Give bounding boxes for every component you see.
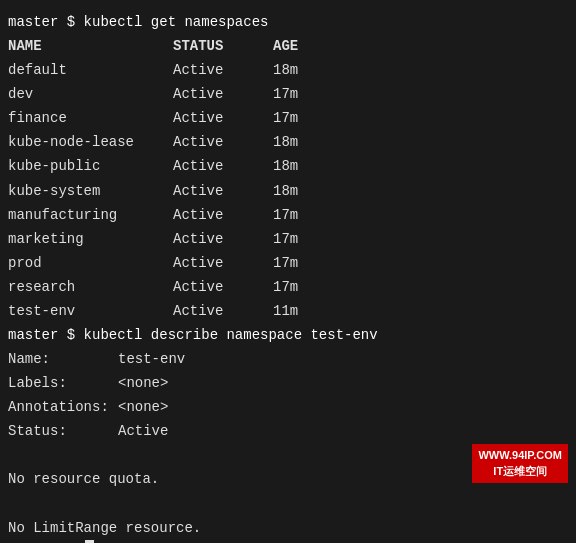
desc-value-labels: <none> (118, 371, 168, 395)
row-age: 17m (273, 203, 298, 227)
row-age: 17m (273, 251, 298, 275)
row-status: Active (173, 227, 273, 251)
row-name: kube-system (8, 179, 173, 203)
section-quota-text: No resource quota. (8, 467, 159, 491)
watermark-line2: IT运维空间 (478, 464, 562, 479)
row-status: Active (173, 203, 273, 227)
row-name: marketing (8, 227, 173, 251)
row-age: 17m (273, 227, 298, 251)
row-age: 17m (273, 82, 298, 106)
row-name: kube-node-lease (8, 130, 173, 154)
row-name: default (8, 58, 173, 82)
table-row: test-envActive11m (8, 299, 568, 323)
section-limitrange: No LimitRange resource. (8, 516, 568, 540)
row-name: research (8, 275, 173, 299)
table-row: prodActive17m (8, 251, 568, 275)
row-age: 17m (273, 275, 298, 299)
table-header: NAMESTATUSAGE (8, 34, 568, 58)
table-row: marketingActive17m (8, 227, 568, 251)
table-row: kube-node-leaseActive18m (8, 130, 568, 154)
row-age: 18m (273, 154, 298, 178)
row-age: 18m (273, 130, 298, 154)
row-name: manufacturing (8, 203, 173, 227)
table-row: kube-systemActive18m (8, 179, 568, 203)
header-age: AGE (273, 34, 298, 58)
row-status: Active (173, 179, 273, 203)
row-age: 11m (273, 299, 298, 323)
row-status: Active (173, 275, 273, 299)
row-status: Active (173, 154, 273, 178)
watermark-line1: WWW.94IP.COM (478, 448, 562, 463)
command-line-1: master $ kubectl get namespaces (8, 10, 568, 34)
table-row: researchActive17m (8, 275, 568, 299)
header-name: NAME (8, 34, 173, 58)
row-name: finance (8, 106, 173, 130)
table-row: financeActive17m (8, 106, 568, 130)
section-limitrange-text: No LimitRange resource. (8, 516, 201, 540)
row-status: Active (173, 82, 273, 106)
terminal: master $ kubectl get namespaces NAMESTAT… (0, 0, 576, 543)
row-age: 18m (273, 58, 298, 82)
prompt-2: master $ kubectl describe namespace test… (8, 323, 378, 347)
table-row: defaultActive18m (8, 58, 568, 82)
row-name: kube-public (8, 154, 173, 178)
row-status: Active (173, 130, 273, 154)
desc-label-status: Status: (8, 419, 118, 443)
describe-annotations-line: Annotations:<none> (8, 395, 568, 419)
describe-labels-line: Labels:<none> (8, 371, 568, 395)
row-age: 18m (273, 179, 298, 203)
describe-status-line: Status:Active (8, 419, 568, 443)
row-name: dev (8, 82, 173, 106)
header-status: STATUS (173, 34, 273, 58)
table-row: devActive17m (8, 82, 568, 106)
desc-value-annotations: <none> (118, 395, 168, 419)
desc-label-labels: Labels: (8, 371, 118, 395)
row-status: Active (173, 251, 273, 275)
row-name: prod (8, 251, 173, 275)
table-row: kube-publicActive18m (8, 154, 568, 178)
describe-name-line: Name:test-env (8, 347, 568, 371)
desc-label-name: Name: (8, 347, 118, 371)
prompt-1: master $ kubectl get namespaces (8, 10, 268, 34)
row-status: Active (173, 58, 273, 82)
row-status: Active (173, 106, 273, 130)
desc-value-name: test-env (118, 347, 185, 371)
empty-line-2 (8, 492, 568, 516)
desc-value-status: Active (118, 419, 168, 443)
watermark: WWW.94IP.COM IT运维空间 (472, 444, 568, 483)
row-name: test-env (8, 299, 173, 323)
row-age: 17m (273, 106, 298, 130)
row-status: Active (173, 299, 273, 323)
desc-label-annotations: Annotations: (8, 395, 118, 419)
command-line-2: master $ kubectl describe namespace test… (8, 323, 568, 347)
table-row: manufacturingActive17m (8, 203, 568, 227)
